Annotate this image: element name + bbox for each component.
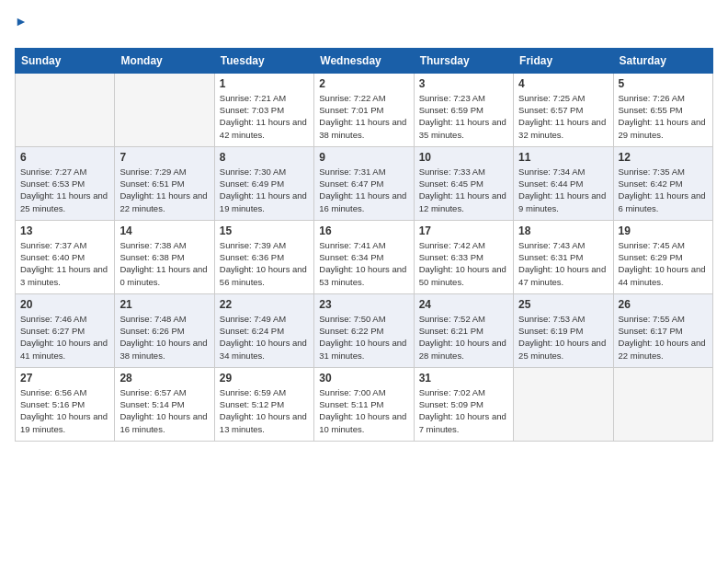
day-detail: Sunrise: 7:50 AMSunset: 6:22 PMDaylight:… xyxy=(319,313,408,362)
day-detail: Sunrise: 7:26 AMSunset: 6:55 PMDaylight:… xyxy=(619,92,708,141)
day-detail: Sunrise: 7:33 AMSunset: 6:45 PMDaylight:… xyxy=(419,166,508,214)
day-detail: Sunrise: 6:57 AMSunset: 5:14 PMDaylight:… xyxy=(119,386,209,435)
day-number: 4 xyxy=(518,77,608,90)
calendar-cell: 31Sunrise: 7:02 AMSunset: 5:09 PMDayligh… xyxy=(414,367,513,441)
col-header-tuesday: Tuesday xyxy=(214,48,313,73)
day-number: 12 xyxy=(619,151,708,164)
day-number: 22 xyxy=(220,298,309,311)
page-header: ► xyxy=(15,15,713,37)
day-detail: Sunrise: 7:52 AMSunset: 6:21 PMDaylight:… xyxy=(419,313,508,362)
calendar-table: SundayMondayTuesdayWednesdayThursdayFrid… xyxy=(15,48,713,442)
day-number: 11 xyxy=(518,151,608,164)
calendar-cell: 13Sunrise: 7:37 AMSunset: 6:40 PMDayligh… xyxy=(16,220,115,293)
day-number: 30 xyxy=(319,372,408,385)
calendar-cell: 20Sunrise: 7:46 AMSunset: 6:27 PMDayligh… xyxy=(16,293,115,367)
col-header-thursday: Thursday xyxy=(414,48,513,73)
day-detail: Sunrise: 7:27 AMSunset: 6:53 PMDaylight:… xyxy=(20,166,109,214)
calendar-cell: 15Sunrise: 7:39 AMSunset: 6:36 PMDayligh… xyxy=(214,220,313,293)
calendar-cell: 19Sunrise: 7:45 AMSunset: 6:29 PMDayligh… xyxy=(613,220,712,293)
day-detail: Sunrise: 7:39 AMSunset: 6:36 PMDaylight:… xyxy=(220,239,309,288)
day-detail: Sunrise: 7:45 AMSunset: 6:29 PMDaylight:… xyxy=(619,239,708,288)
day-detail: Sunrise: 7:31 AMSunset: 6:47 PMDaylight:… xyxy=(319,166,408,214)
day-number: 9 xyxy=(319,151,408,164)
day-number: 21 xyxy=(119,298,209,311)
day-number: 26 xyxy=(619,298,708,311)
day-detail: Sunrise: 6:56 AMSunset: 5:16 PMDaylight:… xyxy=(20,386,109,435)
calendar-cell: 9Sunrise: 7:31 AMSunset: 6:47 PMDaylight… xyxy=(314,146,414,220)
day-number: 27 xyxy=(20,372,109,385)
day-number: 2 xyxy=(319,77,408,90)
calendar-cell: 11Sunrise: 7:34 AMSunset: 6:44 PMDayligh… xyxy=(514,146,613,220)
day-number: 19 xyxy=(619,224,708,237)
day-number: 8 xyxy=(220,151,309,164)
day-number: 13 xyxy=(20,224,109,237)
calendar-cell: 28Sunrise: 6:57 AMSunset: 5:14 PMDayligh… xyxy=(115,367,214,441)
day-number: 17 xyxy=(419,224,508,237)
day-number: 1 xyxy=(220,77,309,90)
day-number: 15 xyxy=(220,224,309,237)
calendar-cell: 27Sunrise: 6:56 AMSunset: 5:16 PMDayligh… xyxy=(16,367,115,441)
day-number: 6 xyxy=(20,151,109,164)
calendar-cell: 5Sunrise: 7:26 AMSunset: 6:55 PMDaylight… xyxy=(613,73,712,146)
day-number: 23 xyxy=(319,298,408,311)
col-header-sunday: Sunday xyxy=(16,48,115,73)
day-detail: Sunrise: 7:29 AMSunset: 6:51 PMDaylight:… xyxy=(119,166,209,214)
calendar-cell: 18Sunrise: 7:43 AMSunset: 6:31 PMDayligh… xyxy=(514,220,613,293)
calendar-cell: 25Sunrise: 7:53 AMSunset: 6:19 PMDayligh… xyxy=(514,293,613,367)
calendar-cell: 26Sunrise: 7:55 AMSunset: 6:17 PMDayligh… xyxy=(613,293,712,367)
day-detail: Sunrise: 7:37 AMSunset: 6:40 PMDaylight:… xyxy=(20,239,109,288)
col-header-wednesday: Wednesday xyxy=(314,48,414,73)
day-detail: Sunrise: 7:41 AMSunset: 6:34 PMDaylight:… xyxy=(319,239,408,288)
day-detail: Sunrise: 7:25 AMSunset: 6:57 PMDaylight:… xyxy=(518,92,608,141)
day-detail: Sunrise: 7:23 AMSunset: 6:59 PMDaylight:… xyxy=(419,92,508,141)
day-number: 24 xyxy=(419,298,508,311)
day-detail: Sunrise: 7:48 AMSunset: 6:26 PMDaylight:… xyxy=(119,313,209,362)
calendar-cell: 16Sunrise: 7:41 AMSunset: 6:34 PMDayligh… xyxy=(314,220,414,293)
day-number: 16 xyxy=(319,224,408,237)
calendar-cell xyxy=(115,73,214,146)
col-header-monday: Monday xyxy=(115,48,214,73)
day-detail: Sunrise: 7:35 AMSunset: 6:42 PMDaylight:… xyxy=(619,166,708,214)
day-number: 31 xyxy=(419,372,508,385)
calendar-cell xyxy=(613,367,712,441)
day-detail: Sunrise: 7:21 AMSunset: 7:03 PMDaylight:… xyxy=(220,92,309,141)
day-detail: Sunrise: 7:49 AMSunset: 6:24 PMDaylight:… xyxy=(220,313,309,362)
col-header-friday: Friday xyxy=(514,48,613,73)
calendar-cell: 14Sunrise: 7:38 AMSunset: 6:38 PMDayligh… xyxy=(115,220,214,293)
day-number: 18 xyxy=(518,224,608,237)
day-number: 7 xyxy=(119,151,209,164)
day-detail: Sunrise: 7:30 AMSunset: 6:49 PMDaylight:… xyxy=(220,166,309,214)
day-number: 28 xyxy=(119,372,209,385)
day-detail: Sunrise: 7:53 AMSunset: 6:19 PMDaylight:… xyxy=(518,313,608,362)
calendar-cell: 22Sunrise: 7:49 AMSunset: 6:24 PMDayligh… xyxy=(214,293,313,367)
day-number: 3 xyxy=(419,77,508,90)
calendar-cell: 4Sunrise: 7:25 AMSunset: 6:57 PMDaylight… xyxy=(514,73,613,146)
calendar-cell: 6Sunrise: 7:27 AMSunset: 6:53 PMDaylight… xyxy=(16,146,115,220)
calendar-cell xyxy=(514,367,613,441)
calendar-cell: 1Sunrise: 7:21 AMSunset: 7:03 PMDaylight… xyxy=(214,73,313,146)
day-detail: Sunrise: 7:00 AMSunset: 5:11 PMDaylight:… xyxy=(319,386,408,435)
day-number: 29 xyxy=(220,372,309,385)
day-detail: Sunrise: 7:55 AMSunset: 6:17 PMDaylight:… xyxy=(619,313,708,362)
calendar-cell: 2Sunrise: 7:22 AMSunset: 7:01 PMDaylight… xyxy=(314,73,414,146)
day-number: 10 xyxy=(419,151,508,164)
day-number: 25 xyxy=(518,298,608,311)
logo: ► xyxy=(15,15,28,37)
day-number: 5 xyxy=(619,77,708,90)
calendar-cell: 29Sunrise: 6:59 AMSunset: 5:12 PMDayligh… xyxy=(214,367,313,441)
calendar-cell: 24Sunrise: 7:52 AMSunset: 6:21 PMDayligh… xyxy=(414,293,513,367)
calendar-cell: 12Sunrise: 7:35 AMSunset: 6:42 PMDayligh… xyxy=(613,146,712,220)
day-detail: Sunrise: 7:42 AMSunset: 6:33 PMDaylight:… xyxy=(419,239,508,288)
day-detail: Sunrise: 7:38 AMSunset: 6:38 PMDaylight:… xyxy=(119,239,209,288)
calendar-cell: 10Sunrise: 7:33 AMSunset: 6:45 PMDayligh… xyxy=(414,146,513,220)
day-detail: Sunrise: 7:22 AMSunset: 7:01 PMDaylight:… xyxy=(319,92,408,141)
calendar-cell: 3Sunrise: 7:23 AMSunset: 6:59 PMDaylight… xyxy=(414,73,513,146)
calendar-cell: 23Sunrise: 7:50 AMSunset: 6:22 PMDayligh… xyxy=(314,293,414,367)
day-detail: Sunrise: 7:46 AMSunset: 6:27 PMDaylight:… xyxy=(20,313,109,362)
calendar-cell: 8Sunrise: 7:30 AMSunset: 6:49 PMDaylight… xyxy=(214,146,313,220)
calendar-cell: 7Sunrise: 7:29 AMSunset: 6:51 PMDaylight… xyxy=(115,146,214,220)
calendar-cell: 30Sunrise: 7:00 AMSunset: 5:11 PMDayligh… xyxy=(314,367,414,441)
day-detail: Sunrise: 6:59 AMSunset: 5:12 PMDaylight:… xyxy=(220,386,309,435)
calendar-cell xyxy=(16,73,115,146)
day-detail: Sunrise: 7:34 AMSunset: 6:44 PMDaylight:… xyxy=(518,166,608,214)
